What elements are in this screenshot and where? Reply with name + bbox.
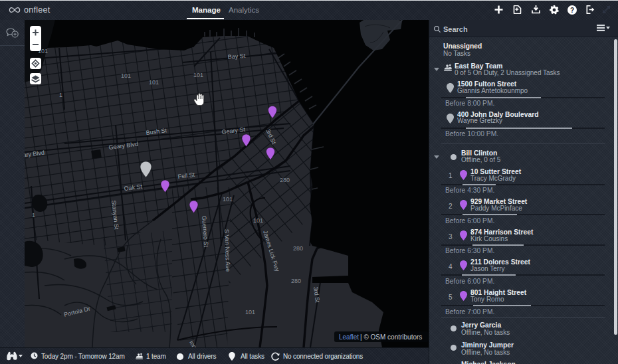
svg-text:280: 280	[293, 245, 303, 252]
svg-text:280: 280	[280, 177, 290, 183]
svg-text:101: 101	[223, 196, 233, 203]
svg-text:101: 101	[121, 72, 131, 79]
svg-text:1: 1	[59, 92, 62, 98]
svg-text:Leaflet: Leaflet	[339, 333, 359, 341]
svg-text:101: 101	[149, 79, 159, 86]
svg-text:101: 101	[245, 309, 255, 316]
svg-text:?: ?	[570, 7, 574, 14]
svg-text:| © OSM contributors: | © OSM contributors	[360, 333, 422, 341]
svg-text:280: 280	[291, 278, 301, 284]
svg-text:101: 101	[193, 72, 203, 78]
svg-text:101: 101	[253, 217, 263, 224]
svg-text:1: 1	[32, 212, 35, 219]
